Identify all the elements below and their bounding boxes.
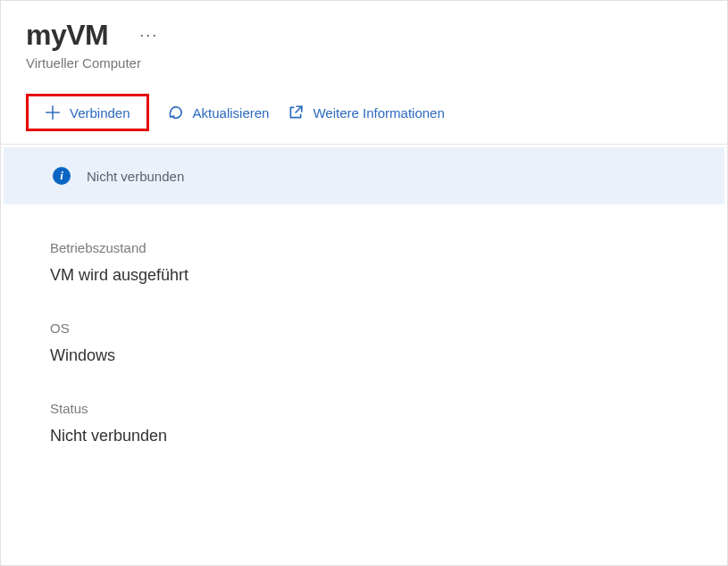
refresh-button[interactable]: Aktualisieren — [155, 97, 282, 128]
os-label: OS — [50, 320, 678, 336]
page-header: myVM ··· Virtueller Computer — [1, 1, 727, 79]
os-group: OS Windows — [50, 320, 678, 365]
more-info-button[interactable]: Weitere Informationen — [275, 97, 456, 128]
connect-button[interactable]: Verbinden — [26, 94, 149, 131]
operational-state-value: VM wird ausgeführt — [50, 266, 678, 285]
banner-status-text: Nicht verbunden — [87, 169, 184, 184]
status-group: Status Nicht verbunden — [50, 401, 678, 445]
refresh-label: Aktualisieren — [193, 105, 270, 121]
status-label: Status — [50, 401, 678, 416]
operational-state-label: Betriebszustand — [50, 240, 678, 255]
page-title: myVM — [26, 19, 108, 52]
plus-icon — [45, 104, 61, 121]
command-toolbar: Verbinden Aktualisieren Weitere Informat… — [1, 79, 727, 145]
details-section: Betriebszustand VM wird ausgeführt OS Wi… — [1, 204, 727, 517]
connection-status-banner: i Nicht verbunden — [4, 147, 724, 204]
svg-line-2 — [296, 106, 302, 112]
more-menu-button[interactable]: ··· — [135, 21, 163, 49]
resource-type-subtitle: Virtueller Computer — [26, 55, 702, 71]
more-info-label: Weitere Informationen — [313, 105, 444, 121]
external-link-icon — [288, 104, 304, 121]
status-value: Nicht verbunden — [50, 427, 678, 445]
os-value: Windows — [50, 346, 678, 365]
info-icon: i — [53, 167, 71, 185]
refresh-icon — [168, 104, 184, 121]
connect-label: Verbinden — [70, 105, 130, 121]
title-row: myVM ··· — [26, 19, 702, 52]
operational-state-group: Betriebszustand VM wird ausgeführt — [50, 240, 678, 285]
